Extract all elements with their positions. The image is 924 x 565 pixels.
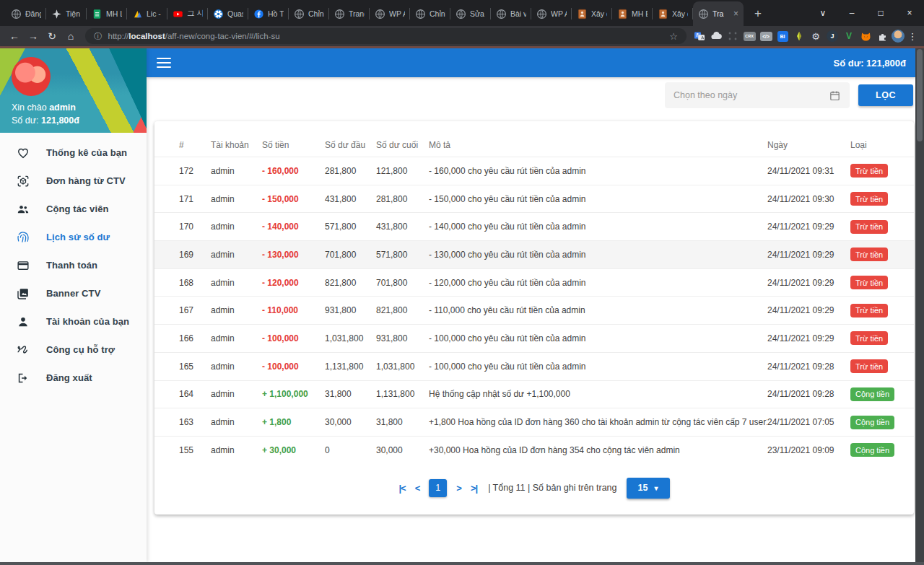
table-row[interactable]: 170admin- 140,000571,800431,800- 140,000… bbox=[154, 212, 914, 240]
table-row[interactable]: 165admin- 100,0001,131,8001,031,800- 100… bbox=[154, 352, 914, 380]
url-scheme: http:// bbox=[108, 32, 129, 40]
browser-tab[interactable]: Tra× bbox=[693, 1, 744, 26]
tab-title: Hồ Tr bbox=[268, 9, 284, 18]
browser-tab[interactable]: WP A bbox=[370, 1, 410, 26]
j-app-icon[interactable]: J bbox=[825, 29, 840, 43]
tab-close-icon[interactable]: × bbox=[733, 9, 738, 19]
browser-tab[interactable]: Quasa bbox=[208, 1, 248, 26]
browser-tab[interactable]: Lic - P bbox=[127, 1, 167, 26]
browser-tab[interactable]: MH E bbox=[612, 1, 653, 26]
date-filter-input[interactable]: Chọn theo ngày bbox=[665, 82, 850, 108]
wpbook-icon bbox=[577, 9, 588, 19]
browser-tab[interactable]: Hồ Tr bbox=[248, 1, 289, 26]
tab-title: MH Li bbox=[106, 9, 122, 18]
last-page-icon[interactable]: >| bbox=[471, 483, 477, 494]
puzzle-icon[interactable] bbox=[875, 29, 889, 43]
window-minimize-button[interactable]: – bbox=[837, 0, 866, 26]
browser-tab[interactable]: MH Li bbox=[87, 1, 127, 26]
row-amount: - 100,000 bbox=[262, 362, 325, 372]
sidebar-item-credit-card[interactable]: Thanh toán bbox=[0, 251, 147, 279]
row-account: admin bbox=[211, 417, 262, 427]
bi-icon[interactable]: BI bbox=[775, 29, 790, 43]
grid-icon[interactable] bbox=[725, 29, 740, 43]
header-balance: Số dư: 121,800đ bbox=[834, 58, 906, 69]
sidebar-item-label: Thanh toán bbox=[46, 260, 97, 271]
hamburger-menu-icon[interactable] bbox=[157, 58, 171, 68]
table-row[interactable]: 169admin- 130,000701,800571,800- 130,000… bbox=[154, 240, 914, 268]
row-id: 169 bbox=[179, 250, 211, 260]
back-button[interactable]: ← bbox=[6, 27, 23, 45]
table-row[interactable]: 163admin+ 1,80030,00031,800+1,800 Hoa hồ… bbox=[154, 408, 914, 436]
address-bar[interactable]: ⓘ http://localhost/aff-new/cong-tac-vien… bbox=[85, 28, 687, 44]
browser-tab[interactable]: Tiện íc bbox=[46, 1, 87, 26]
current-page-button[interactable]: 1 bbox=[429, 479, 447, 497]
next-page-icon[interactable]: > bbox=[456, 483, 461, 494]
sidebar-item-scan-box[interactable]: Đơn hàng từ CTV bbox=[0, 167, 147, 195]
crx-icon[interactable]: CRX bbox=[742, 29, 757, 43]
code-icon[interactable]: </> bbox=[759, 29, 773, 43]
row-balance-before: 1,131,800 bbox=[325, 362, 376, 372]
browser-toolbar: ← → ↻ ⌂ ⓘ http://localhost/aff-new/cong-… bbox=[0, 26, 924, 46]
gear-icon[interactable]: ⚙ bbox=[808, 29, 823, 43]
per-page-select[interactable]: 15 ▾ bbox=[627, 478, 670, 499]
row-amount: + 1,800 bbox=[262, 417, 325, 427]
browser-tab[interactable]: Đăng bbox=[6, 1, 46, 26]
browser-tab[interactable]: Xây d bbox=[572, 1, 612, 26]
window-menu-icon[interactable]: ∨ bbox=[808, 0, 837, 26]
table-row[interactable]: 172admin- 160,000281,800121,800- 160,000… bbox=[154, 157, 914, 185]
bookmark-star-icon[interactable]: ☆ bbox=[669, 31, 678, 42]
table-row[interactable]: 168admin- 120,000821,800701,800- 120,000… bbox=[154, 268, 914, 297]
globe-icon bbox=[496, 9, 507, 19]
site-info-icon[interactable]: ⓘ bbox=[94, 31, 103, 42]
browser-tab[interactable]: Chỉnh bbox=[410, 1, 450, 26]
browser-tab[interactable]: WP A bbox=[531, 1, 572, 26]
window-maximize-button[interactable]: □ bbox=[866, 0, 895, 26]
browser-tab[interactable]: Xây d bbox=[653, 1, 693, 26]
fox-icon[interactable] bbox=[858, 29, 873, 43]
sidebar-item-logout[interactable]: Đăng xuất bbox=[0, 364, 147, 392]
table-row[interactable]: 171admin- 150,000431,800281,800- 150,000… bbox=[154, 185, 914, 213]
table-row[interactable]: 167admin- 110,000931,800821,800- 110,000… bbox=[154, 296, 914, 324]
sidebar-item-image[interactable]: Banner CTV bbox=[0, 279, 147, 307]
forward-button[interactable]: → bbox=[25, 27, 42, 45]
column-header: Số dư cuối bbox=[376, 140, 429, 150]
browser-tab[interactable]: Sửa s bbox=[450, 1, 491, 26]
sidebar-item-person[interactable]: Tài khoản của bạn bbox=[0, 307, 147, 336]
translate-icon[interactable] bbox=[692, 29, 707, 43]
browser-tab[interactable]: 그 시 bbox=[167, 1, 208, 26]
reload-button[interactable]: ↻ bbox=[43, 27, 61, 45]
calendar-icon[interactable] bbox=[829, 89, 841, 102]
row-amount: - 120,000 bbox=[262, 278, 325, 288]
globe-icon bbox=[375, 9, 385, 19]
home-button[interactable]: ⌂ bbox=[62, 27, 79, 45]
sidebar-item-fingerprint[interactable]: Lịch sử số dư bbox=[0, 223, 147, 251]
browser-tab[interactable]: Bài vi bbox=[491, 1, 531, 26]
browser-tab[interactable]: Trang bbox=[329, 1, 370, 26]
sidebar-item-people[interactable]: Cộng tác viên bbox=[0, 195, 147, 223]
profile-avatar[interactable] bbox=[892, 30, 905, 43]
scrollbar-thumb[interactable] bbox=[917, 49, 923, 141]
cloud-icon[interactable] bbox=[709, 29, 723, 43]
row-id: 165 bbox=[179, 362, 211, 372]
lamp-icon[interactable] bbox=[792, 29, 806, 43]
scan-box-icon bbox=[16, 174, 30, 188]
new-tab-button[interactable]: + bbox=[748, 4, 768, 24]
table-row[interactable]: 155admin+ 30,000030,000+30,000 Hoa hồng … bbox=[154, 436, 914, 464]
browser-menu-icon[interactable]: ⋮ bbox=[907, 31, 918, 42]
sidebar-item-gesture[interactable]: Công cụ hỗ trợ bbox=[0, 336, 147, 364]
filter-button[interactable]: LỌC bbox=[858, 84, 913, 106]
window-close-button[interactable]: × bbox=[895, 0, 924, 26]
v-app-icon[interactable]: V bbox=[842, 29, 856, 43]
extensions-row: CRX</>BI⚙JV bbox=[692, 29, 889, 43]
table-row[interactable]: 164admin+ 1,100,00031,8001,131,800Hệ thố… bbox=[154, 380, 914, 408]
row-type-cell: Cộng tiền bbox=[850, 387, 901, 401]
sidebar-item-label: Banner CTV bbox=[46, 288, 100, 299]
prev-page-icon[interactable]: < bbox=[415, 483, 420, 494]
page-scrollbar[interactable] bbox=[915, 48, 924, 562]
row-type-cell: Trừ tiền bbox=[850, 192, 901, 206]
pagination-summary: | Tổng 11 | Số bản ghi trên trang bbox=[488, 483, 616, 493]
first-page-icon[interactable]: |< bbox=[398, 483, 405, 494]
sidebar-item-heart[interactable]: Thống kê của bạn bbox=[0, 139, 147, 167]
table-row[interactable]: 166admin- 100,0001,031,800931,800- 100,0… bbox=[154, 324, 914, 352]
browser-tab[interactable]: Chỉnh bbox=[289, 1, 329, 26]
